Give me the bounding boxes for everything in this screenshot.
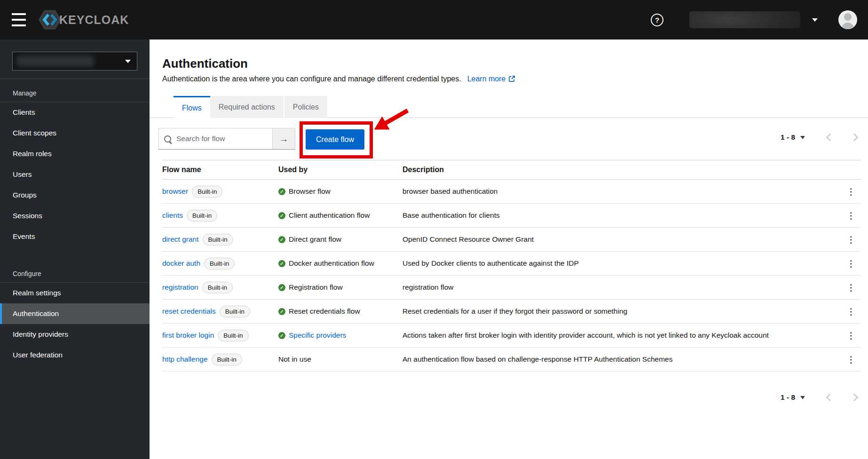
used-by-text: Docker authentication flow — [289, 259, 374, 268]
check-circle-icon: ✓ — [278, 308, 285, 315]
flow-name-link[interactable]: browser — [162, 187, 188, 196]
kebab-menu-icon[interactable]: ⋮ — [847, 235, 856, 244]
masthead: KEYCLOAK ? — [0, 0, 868, 40]
avatar-head — [844, 13, 852, 21]
kebab-menu-icon[interactable]: ⋮ — [847, 211, 856, 220]
avatar-body — [842, 23, 854, 29]
sidebar-item-groups[interactable]: Groups — [0, 185, 150, 206]
next-page-icon[interactable] — [851, 134, 859, 142]
sidebar-item-sessions[interactable]: Sessions — [0, 206, 150, 226]
pagination-range: 1 - 8 — [781, 393, 795, 402]
help-icon[interactable]: ? — [651, 14, 663, 26]
table-row: first broker login Built-in ✓ Specific p… — [162, 324, 860, 348]
sidebar-item-clients[interactable]: Clients — [0, 102, 150, 123]
sidebar-item-realm-settings[interactable]: Realm settings — [0, 283, 150, 303]
flow-name-link[interactable]: first broker login — [162, 331, 214, 340]
kebab-menu-icon[interactable]: ⋮ — [847, 307, 856, 316]
flow-description: registration flow — [402, 283, 454, 292]
table-row: registration Built-in ✓ Registration flo… — [162, 276, 860, 300]
page-description-text: Authentication is the area where you can… — [162, 75, 461, 83]
kebab-menu-icon[interactable]: ⋮ — [847, 331, 856, 340]
sidebar: ManageClientsClient scopesRealm rolesUse… — [0, 40, 150, 459]
tab-required-actions[interactable]: Required actions — [210, 96, 284, 118]
table-row: clients Built-in ✓ Client authentication… — [162, 204, 860, 228]
sidebar-item-users[interactable]: Users — [0, 164, 150, 185]
kebab-menu-icon[interactable]: ⋮ — [847, 259, 856, 268]
realm-selector[interactable] — [12, 52, 137, 71]
arrow-right-icon: → — [279, 134, 289, 144]
built-in-badge: Built-in — [202, 282, 233, 293]
sidebar-item-realm-roles[interactable]: Realm roles — [0, 143, 150, 164]
check-circle-icon: ✓ — [278, 332, 285, 339]
built-in-badge: Built-in — [212, 354, 242, 365]
create-flow-button[interactable]: Create flow — [306, 129, 364, 150]
pagination-top: 1 - 8 — [781, 131, 857, 144]
built-in-badge: Built-in — [204, 258, 235, 269]
table-header-row: Flow nameUsed byDescription — [162, 160, 860, 180]
sidebar-item-identity-providers[interactable]: Identity providers — [0, 324, 150, 345]
kebab-menu-icon[interactable]: ⋮ — [847, 187, 856, 196]
sidebar-item-client-scopes[interactable]: Client scopes — [0, 123, 150, 143]
pagination-bottom: 1 - 8 — [781, 391, 857, 404]
column-header-used-by: Used by — [278, 166, 402, 174]
next-page-icon[interactable] — [851, 394, 859, 402]
flow-name-link[interactable]: docker auth — [162, 259, 200, 268]
flow-description: Actions taken after first broker login w… — [402, 331, 769, 340]
check-circle-icon: ✓ — [278, 212, 285, 219]
nav-section-label-manage: Manage — [0, 79, 150, 102]
keycloak-logo: KEYCLOAK — [38, 9, 129, 31]
table-row: docker auth Built-in ✓ Docker authentica… — [162, 252, 860, 276]
pagination-caret-icon[interactable] — [800, 136, 805, 139]
realm-selector-caret-icon — [125, 60, 131, 63]
learn-more-label: Learn more — [467, 74, 506, 84]
built-in-badge: Built-in — [220, 306, 250, 317]
username-redacted[interactable] — [689, 11, 800, 28]
table-row: direct grant Built-in ✓ Direct grant flo… — [162, 228, 860, 252]
flow-name-link[interactable]: reset credentials — [162, 307, 216, 316]
kebab-menu-icon[interactable]: ⋮ — [847, 355, 856, 364]
sidebar-nav: ManageClientsClient scopesRealm rolesUse… — [0, 79, 150, 365]
search-group: → — [158, 128, 295, 150]
used-by-text: Direct grant flow — [289, 235, 341, 244]
used-by-text: Specific providers — [289, 331, 346, 340]
sidebar-item-events[interactable]: Events — [0, 226, 150, 247]
tab-policies[interactable]: Policies — [284, 96, 327, 118]
realm-name-redacted — [16, 55, 94, 67]
flow-name-link[interactable]: direct grant — [162, 235, 199, 244]
annotation-arrow — [361, 101, 427, 141]
keycloak-admin-console: KEYCLOAK ? ManageClientsClient scopesRea… — [0, 0, 868, 459]
flow-description: Base authentication for clients — [402, 211, 500, 220]
used-by-text: Client authentication flow — [289, 211, 370, 220]
avatar[interactable] — [838, 10, 857, 29]
search-input[interactable] — [158, 128, 273, 150]
built-in-badge: Built-in — [187, 210, 217, 222]
flow-name-link[interactable]: clients — [162, 211, 183, 220]
flow-description: OpenID Connect Resource Owner Grant — [402, 235, 534, 244]
pagination-caret-icon[interactable] — [800, 396, 805, 399]
tab-flows[interactable]: Flows — [174, 96, 210, 119]
flow-description: Used by Docker clients to authenticate a… — [402, 259, 579, 268]
table-row: http challenge Built-in ✓ Not in use An … — [162, 348, 860, 372]
page-description: Authentication is the area where you can… — [162, 74, 515, 84]
pagination-range: 1 - 8 — [781, 133, 795, 142]
user-menu-caret-icon[interactable] — [812, 18, 818, 22]
table-row: reset credentials Built-in ✓ Reset crede… — [162, 300, 860, 324]
used-by-text: Registration flow — [289, 283, 343, 292]
page-title: Authentication — [162, 56, 248, 71]
sidebar-item-authentication[interactable]: Authentication — [0, 303, 150, 324]
flow-name-link[interactable]: registration — [162, 283, 198, 292]
prev-page-icon[interactable] — [826, 134, 834, 142]
keycloak-logo-icon — [38, 8, 62, 32]
column-header-flow-name: Flow name — [162, 166, 278, 174]
prev-page-icon[interactable] — [826, 394, 834, 402]
flow-name-link[interactable]: http challenge — [162, 355, 208, 364]
sidebar-item-user-federation[interactable]: User federation — [0, 345, 150, 365]
learn-more-link[interactable]: Learn more — [467, 74, 515, 84]
kebab-menu-icon[interactable]: ⋮ — [847, 283, 856, 292]
check-circle-icon: ✓ — [278, 284, 285, 291]
nav-toggle-icon[interactable] — [12, 13, 26, 26]
search-submit-button[interactable]: → — [273, 128, 295, 150]
used-by-text: Reset credentials flow — [289, 307, 360, 316]
flow-description: browser based authentication — [402, 187, 498, 196]
main-content: Authentication Authentication is the are… — [150, 40, 868, 459]
